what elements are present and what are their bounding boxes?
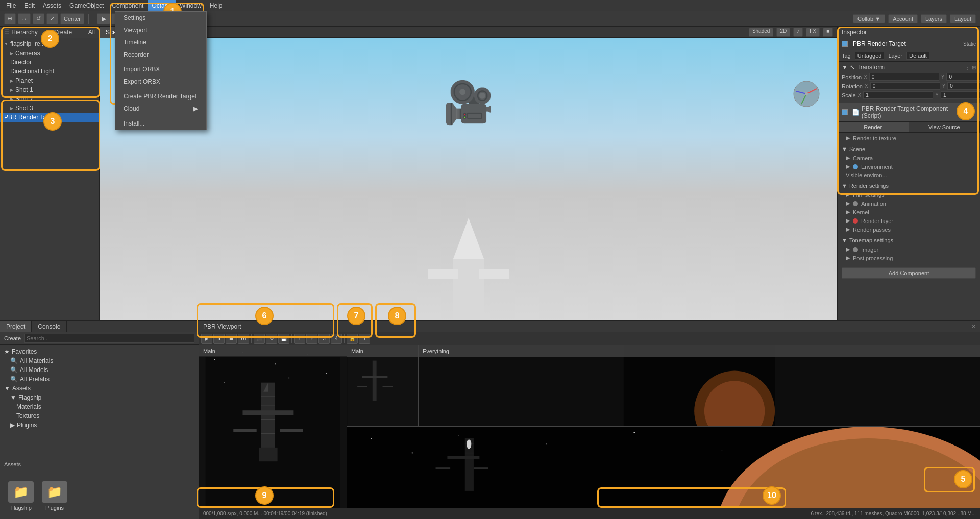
oct-stop-btn[interactable]: ⏹ — [226, 334, 237, 344]
imager-item[interactable]: ▶ Imager — [838, 245, 980, 254]
hierarchy-director[interactable]: Director — [0, 58, 99, 67]
oct-lock-btn[interactable]: 🔒 — [347, 334, 358, 344]
pbr-enabled[interactable] — [842, 109, 848, 115]
oct-pause-btn[interactable]: ⏸ — [213, 334, 225, 344]
rotation-x[interactable] — [870, 82, 940, 90]
oct-play-btn[interactable]: ▶ — [201, 334, 212, 344]
layers-button[interactable]: Layers — [921, 14, 947, 23]
2d-btn[interactable]: 2D — [776, 28, 790, 37]
camera-item[interactable]: ▶ Camera — [838, 154, 980, 162]
menu-timeline[interactable]: Timeline — [115, 36, 206, 48]
oct-view4-btn[interactable]: 4 — [331, 334, 342, 344]
favorites-item[interactable]: ★ Favorites — [0, 347, 199, 356]
fx-btn[interactable]: FX — [806, 28, 820, 37]
pbr-tab-source[interactable]: View Source — [909, 122, 981, 132]
render-to-texture-item[interactable]: ▶ Render to texture — [838, 134, 980, 142]
scene-view[interactable]: 🎥 — [100, 38, 837, 320]
toolbar-center-btn[interactable]: Center — [60, 13, 84, 24]
scale-y[interactable] — [941, 91, 980, 99]
hierarchy-directional-light[interactable]: Directional Light — [0, 67, 99, 76]
post-processing-item[interactable]: ▶ Post processing — [838, 254, 980, 262]
play-button[interactable]: ▶ — [97, 13, 110, 24]
main-tab-header[interactable]: Main — [347, 345, 418, 357]
menu-create-pbr[interactable]: Create PBR Render Target — [115, 90, 206, 103]
hierarchy-all[interactable]: All — [88, 29, 95, 36]
menu-export-orbx[interactable]: Export ORBX — [115, 76, 206, 88]
visible-env-item[interactable]: Visible environ... — [838, 171, 980, 179]
collab-button[interactable]: Collab ▼ — [853, 14, 885, 23]
shaded-btn[interactable]: Shaded — [749, 28, 773, 37]
stats-btn[interactable]: ■ — [823, 28, 833, 37]
animation-item[interactable]: ▶ Animation — [838, 199, 980, 208]
close-icon[interactable]: ✕ — [971, 323, 976, 330]
layer-value[interactable]: Default — [906, 52, 929, 60]
render-settings-header[interactable]: ▼ Render settings — [838, 181, 980, 190]
all-prefabs-item[interactable]: 🔍 All Prefabs — [0, 375, 199, 384]
menu-component[interactable]: Component — [108, 0, 148, 11]
position-x[interactable] — [869, 73, 939, 81]
oct-save-btn[interactable]: 💾 — [278, 334, 289, 344]
toolbar-pivot-btn[interactable]: ⊕ — [4, 13, 16, 24]
transform-expand[interactable]: ⊞ — [972, 65, 976, 70]
project-search[interactable] — [24, 334, 194, 343]
oct-camera-btn[interactable]: 🎥 — [254, 334, 265, 344]
hierarchy-shot2[interactable]: ▶ Shot 2 — [0, 94, 99, 104]
tonemap-header[interactable]: ▼ Tonemap settings — [838, 236, 980, 245]
everything-tab-header[interactable]: Everything — [419, 345, 980, 357]
audio-btn[interactable]: ♪ — [793, 28, 803, 37]
account-button[interactable]: Account — [888, 14, 918, 23]
assets-root[interactable]: ▼ Assets — [0, 384, 199, 393]
menu-gameobject[interactable]: GameObject — [65, 0, 108, 11]
hierarchy-shot1[interactable]: ▶ Shot 1 — [0, 85, 99, 94]
toolbar-move-btn[interactable]: ↔ — [18, 13, 31, 24]
menu-assets[interactable]: Assets — [39, 0, 65, 11]
render-passes-item[interactable]: ▶ Render passes — [838, 225, 980, 234]
scale-x[interactable] — [863, 91, 933, 99]
console-tab[interactable]: Console — [32, 321, 67, 332]
menu-viewport[interactable]: Viewport — [115, 24, 206, 36]
menu-settings[interactable]: Settings — [115, 12, 206, 24]
kernel-item[interactable]: ▶ Kernel — [838, 208, 980, 216]
object-name[interactable]: PBR Render Target — [853, 40, 960, 47]
oct-info-btn[interactable]: ℹ — [359, 334, 370, 344]
render-layer-item[interactable]: ▶ Render layer — [838, 216, 980, 225]
project-tab[interactable]: Project — [0, 321, 32, 332]
rotation-y[interactable] — [947, 82, 980, 90]
toolbar-rotate-btn[interactable]: ↺ — [33, 13, 44, 24]
hierarchy-shot3[interactable]: ▶ Shot 3 — [0, 104, 99, 113]
oct-step-btn[interactable]: ⏭ — [238, 334, 249, 344]
menu-install[interactable]: Install... — [115, 117, 206, 130]
menu-help[interactable]: Help — [206, 0, 227, 11]
hierarchy-cameras[interactable]: ▶ Cameras — [0, 48, 99, 58]
plugins-folder[interactable]: ▶ Plugins — [0, 421, 199, 430]
everything-render[interactable] — [419, 345, 980, 426]
tag-value[interactable]: Untagged — [855, 52, 885, 60]
flagship-folder[interactable]: ▼ Flagship — [0, 393, 199, 402]
main-mini-render[interactable] — [347, 345, 418, 426]
menu-file[interactable]: File — [2, 0, 20, 11]
left-render-area[interactable] — [199, 345, 347, 508]
add-component-button[interactable]: Add Component — [842, 267, 976, 279]
oct-settings-btn[interactable]: ⚙ — [266, 334, 277, 344]
oct-view1-btn[interactable]: 1 — [294, 334, 305, 344]
all-models-item[interactable]: 🔍 All Models — [0, 365, 199, 375]
position-y[interactable] — [946, 73, 980, 81]
scene-section-header[interactable]: ▼ Scene — [838, 144, 980, 154]
menu-recorder[interactable]: Recorder — [115, 48, 206, 61]
transform-options[interactable]: ⋮ — [965, 65, 970, 70]
pbr-tab-render[interactable]: Render — [838, 122, 909, 132]
oct-view3-btn[interactable]: 3 — [318, 334, 330, 344]
toolbar-scale-btn[interactable]: ⤢ — [46, 13, 58, 24]
menu-edit[interactable]: Edit — [20, 0, 39, 11]
flagship-asset[interactable]: 📁 Flagship — [8, 481, 34, 511]
transform-header[interactable]: ▼ ⤡ Transform ⋮ ⊞ — [842, 64, 976, 71]
object-enabled-checkbox[interactable] — [842, 41, 848, 47]
all-materials-item[interactable]: 🔍 All Materials — [0, 356, 199, 365]
oct-view2-btn[interactable]: 2 — [306, 334, 317, 344]
hierarchy-planet[interactable]: ▶ Planet — [0, 76, 99, 85]
environment-item[interactable]: ▶ Environment — [838, 162, 980, 171]
project-create[interactable]: Create — [4, 335, 21, 341]
plugins-asset[interactable]: 📁 Plugins — [42, 481, 67, 511]
materials-folder[interactable]: Materials — [0, 402, 199, 411]
film-settings-item[interactable]: ▶ Film settings — [838, 190, 980, 199]
